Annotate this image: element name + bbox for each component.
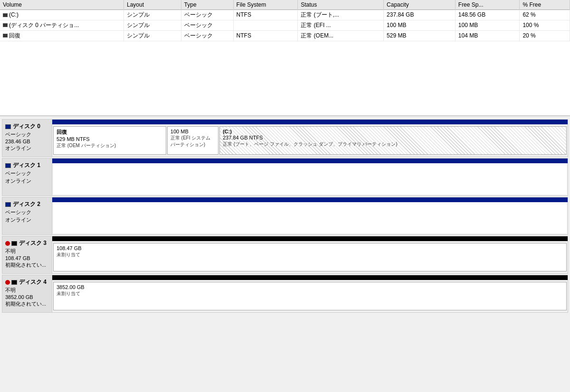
- disk-indicator: [5, 163, 11, 168]
- cell-pctfree: 20 %: [520, 30, 570, 41]
- disk-icon: [3, 13, 8, 17]
- cell-type: ベーシック: [181, 9, 233, 20]
- header-volume[interactable]: Volume: [0, 0, 124, 9]
- error-dot: [5, 280, 10, 285]
- disk-header-bar: [52, 275, 568, 280]
- disk-header-bar: [52, 120, 568, 124]
- empty-disk-area: [53, 202, 567, 233]
- disk-icon: [3, 34, 8, 37]
- table-row[interactable]: (ディスク 0 パーティショ... シンプル ベーシック 正常 (EFI ...…: [0, 20, 570, 30]
- cell-status: 正常 (OEM...: [298, 30, 384, 41]
- disk-content-disk1: [52, 159, 568, 196]
- partitions-container: 108.47 GB未割り当て: [52, 241, 568, 273]
- disk-content-disk0: 回復529 MB NTFS正常 (OEM パーティション)100 MB正常 (E…: [52, 120, 568, 157]
- partition-status: 正常 (EFI システム パーティション): [171, 135, 215, 148]
- empty-disk-area: [53, 163, 567, 195]
- cell-capacity: 529 MB: [384, 30, 456, 41]
- volume-table: Volume Layout Type File System Status Ca…: [0, 0, 570, 41]
- disk-label-disk0: ディスク 0ベーシック238.46 GBオンライン: [2, 120, 52, 157]
- partition-size: 237.84 GB NTFS: [223, 135, 563, 140]
- disk-status: 初期化されてい...: [5, 261, 49, 269]
- disk-type: ベーシック: [5, 209, 49, 216]
- disk-name: ディスク 0: [5, 122, 49, 131]
- disk-indicator: [5, 124, 11, 129]
- header-layout[interactable]: Layout: [124, 0, 181, 9]
- disk-label-disk2: ディスク 2ベーシックオンライン: [2, 197, 52, 234]
- disk-name: ディスク 2: [5, 200, 49, 208]
- partition-0[interactable]: 回復529 MB NTFS正常 (OEM パーティション): [53, 126, 166, 155]
- header-pctfree[interactable]: % Free: [520, 0, 570, 9]
- partition-0[interactable]: 3852.00 GB未割り当て: [53, 282, 567, 310]
- disk-name: ディスク 4: [5, 278, 49, 286]
- cell-status: 正常 (ブート,...: [298, 9, 384, 20]
- cell-layout: シンプル: [124, 20, 181, 30]
- cell-freesp: 104 MB: [455, 30, 520, 41]
- disk-type: 不明: [5, 287, 49, 294]
- partition-size: 3852.00 GB: [57, 284, 563, 290]
- cell-filesystem: NTFS: [233, 9, 298, 20]
- disk-type: 不明: [5, 248, 49, 255]
- disk-status: オンライン: [5, 177, 49, 185]
- disk-content-disk2: [52, 197, 568, 234]
- table-header-row: Volume Layout Type File System Status Ca…: [0, 0, 570, 9]
- cell-filesystem: [233, 20, 298, 30]
- disk-name: ディスク 3: [5, 239, 49, 247]
- disk-label-disk1: ディスク 1ベーシックオンライン: [2, 159, 52, 196]
- header-type[interactable]: Type: [181, 0, 233, 9]
- disk-indicator: [5, 202, 11, 207]
- disk-type: ベーシック: [5, 170, 49, 177]
- disk-content-disk4: 3852.00 GB未割り当て: [52, 275, 568, 312]
- partition-size: 108.47 GB: [57, 245, 563, 251]
- table-row[interactable]: 回復 シンプル ベーシック NTFS 正常 (OEM... 529 MB 104…: [0, 30, 570, 41]
- cell-pctfree: 100 %: [520, 20, 570, 30]
- disk-row-disk0[interactable]: ディスク 0ベーシック238.46 GBオンライン回復529 MB NTFS正常…: [2, 119, 568, 157]
- disk-label-disk3: ディスク 3不明108.47 GB初期化されてい...: [2, 236, 52, 273]
- disk-row-disk3[interactable]: ディスク 3不明108.47 GB初期化されてい...108.47 GB未割り当…: [2, 236, 568, 274]
- cell-status: 正常 (EFI ...: [298, 20, 384, 30]
- disk-size: 238.46 GB: [5, 139, 49, 144]
- table-row[interactable]: (C:) シンプル ベーシック NTFS 正常 (ブート,... 237.84 …: [0, 9, 570, 20]
- partition-name: 回復: [57, 129, 163, 136]
- partition-2[interactable]: (C:)237.84 GB NTFS正常 (ブート、ページ ファイル、クラッシュ…: [219, 126, 567, 155]
- disk-header-bar: [52, 159, 568, 163]
- partition-status: 未割り当て: [57, 252, 563, 258]
- disk-status: 初期化されてい...: [5, 300, 49, 308]
- partition-size: 100 MB: [171, 129, 215, 134]
- cell-layout: シンプル: [124, 9, 181, 20]
- cell-volume: (ディスク 0 パーティショ...: [0, 20, 124, 30]
- cell-filesystem: NTFS: [233, 30, 298, 41]
- cell-freesp: 148.56 GB: [455, 9, 520, 20]
- disk-row-disk2[interactable]: ディスク 2ベーシックオンライン: [2, 197, 568, 235]
- cell-volume: (C:): [0, 9, 124, 20]
- disk-icon: [3, 23, 8, 27]
- cell-capacity: 237.84 GB: [384, 9, 456, 20]
- disk-label-disk4: ディスク 4不明3852.00 GB初期化されてい...: [2, 275, 52, 312]
- partition-name: (C:): [223, 129, 563, 134]
- disk-status: オンライン: [5, 145, 49, 152]
- header-filesystem[interactable]: File System: [233, 0, 298, 9]
- cell-layout: シンプル: [124, 30, 181, 41]
- disk-size: 108.47 GB: [5, 255, 49, 261]
- cell-pctfree: 62 %: [520, 9, 570, 20]
- partition-status: 正常 (OEM パーティション): [57, 142, 163, 149]
- disk-name: ディスク 1: [5, 161, 49, 169]
- header-capacity[interactable]: Capacity: [384, 0, 456, 9]
- partition-status: 未割り当て: [57, 290, 563, 297]
- disk-header-bar: [52, 236, 568, 241]
- header-status[interactable]: Status: [298, 0, 384, 9]
- volume-table-section: Volume Layout Type File System Status Ca…: [0, 0, 570, 116]
- disk-row-disk1[interactable]: ディスク 1ベーシックオンライン: [2, 158, 568, 196]
- cell-freesp: 100 MB: [455, 20, 520, 30]
- disk-header-bar: [52, 197, 568, 202]
- partition-size: 529 MB NTFS: [57, 136, 163, 142]
- header-freesp[interactable]: Free Sp...: [455, 0, 520, 9]
- partitions-container: 回復529 MB NTFS正常 (OEM パーティション)100 MB正常 (E…: [52, 124, 568, 157]
- cell-capacity: 100 MB: [384, 20, 456, 30]
- partition-1[interactable]: 100 MB正常 (EFI システム パーティション): [167, 126, 218, 155]
- partition-status: 正常 (ブート、ページ ファイル、クラッシュ ダンプ、プライマリ バーティション…: [223, 141, 563, 148]
- disk-row-disk4[interactable]: ディスク 4不明3852.00 GB初期化されてい...3852.00 GB未割…: [2, 275, 568, 313]
- disk-view-section: ディスク 0ベーシック238.46 GBオンライン回復529 MB NTFS正常…: [0, 116, 570, 392]
- partition-0[interactable]: 108.47 GB未割り当て: [53, 243, 567, 271]
- partitions-container: 3852.00 GB未割り当て: [52, 280, 568, 312]
- disk-size: 3852.00 GB: [5, 294, 49, 300]
